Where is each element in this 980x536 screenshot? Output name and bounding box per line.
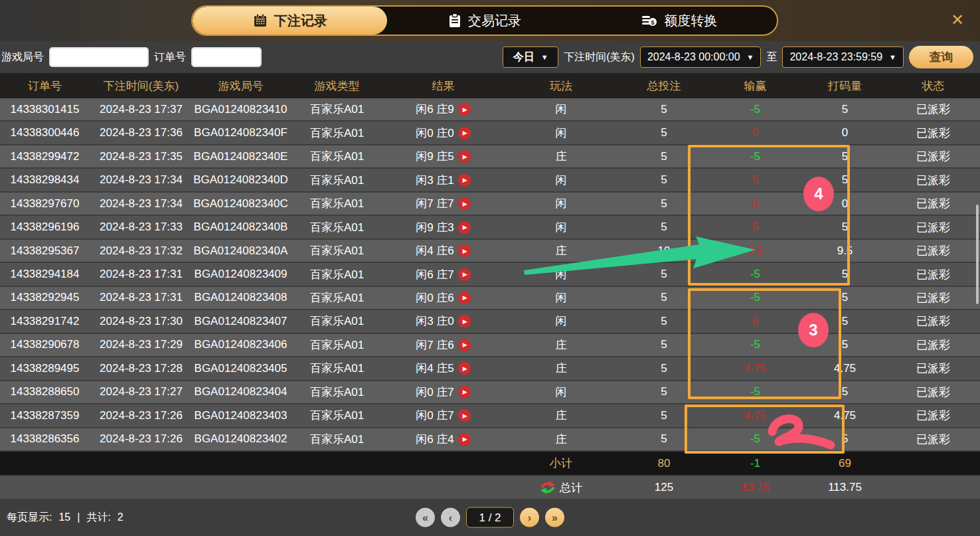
status-cell-value: 已派彩 (916, 361, 950, 376)
time-cell: 2024-8-23 17:30 (90, 310, 193, 332)
game-round-input[interactable] (49, 47, 149, 67)
tab-transaction-records[interactable]: 交易记录 (387, 7, 582, 35)
bet-time-label: 下注时间(美东) (564, 50, 635, 64)
last-page-button[interactable]: » (545, 508, 564, 527)
status-cell-value: 已派彩 (916, 290, 950, 306)
play-replay-icon[interactable]: ▶ (458, 339, 471, 351)
prev-page-button[interactable]: ‹ (441, 508, 460, 527)
coins-icon: $ (641, 13, 657, 28)
order-cell: 14338296196 (0, 216, 90, 238)
round-cell: BGA01240823404 (193, 381, 289, 403)
play-replay-icon[interactable]: ▶ (458, 292, 471, 304)
type-cell: 百家乐A01 (289, 428, 385, 450)
time-cell: 2024-8-23 17:34 (90, 193, 193, 215)
table-row: 143382984342024-8-23 17:34BGA0124082340D… (0, 169, 980, 192)
play-cell: 庄 (501, 404, 621, 426)
status-cell: 已派彩 (886, 334, 980, 356)
column-header: 游戏局号 (193, 73, 289, 98)
round-cell: BGA0124082340C (193, 193, 289, 215)
winloss-cell-value: -5 (750, 385, 760, 399)
winloss-cell-value: -5 (750, 338, 760, 351)
play-cell: 庄 (501, 428, 621, 450)
table-row: 143382917422024-8-23 17:30BGA01240823407… (0, 310, 980, 333)
tab-quota-conversion[interactable]: $ 额度转换 (582, 7, 777, 35)
volume-cell-value: 0 (842, 126, 848, 139)
play-cell: 闲 (501, 193, 621, 215)
play-replay-icon[interactable]: ▶ (458, 150, 471, 163)
play-replay-icon[interactable]: ▶ (458, 221, 471, 234)
bet-cell-value: 5 (661, 362, 667, 375)
play-cell: 庄 (501, 334, 621, 356)
time-cell: 2024-8-23 17:26 (90, 428, 193, 450)
result-cell-value: 闲4 庄5 (416, 361, 454, 376)
order-cell: 14338298434 (0, 169, 90, 191)
table-body: 143383014152024-8-23 17:37BGA01240823410… (0, 98, 980, 452)
order-cell: 14338300446 (0, 122, 90, 143)
volume-cell: 0 (803, 193, 886, 215)
column-header: 打码量 (803, 73, 886, 98)
close-icon[interactable]: ✕ (951, 12, 964, 28)
refresh-icon[interactable] (540, 480, 556, 495)
play-replay-icon[interactable]: ▶ (458, 268, 471, 281)
play-replay-icon[interactable]: ▶ (458, 433, 471, 446)
table-row: 143382886502024-8-23 17:27BGA01240823404… (0, 381, 980, 404)
order-cell: 14338290678 (0, 334, 90, 356)
result-cell-value: 闲6 庄9 (416, 102, 454, 117)
type-cell: 百家乐A01 (289, 193, 385, 215)
bet-cell-value: 5 (661, 291, 667, 304)
volume-cell-value: 5 (842, 291, 848, 304)
column-header: 结果 (385, 73, 501, 98)
status-cell: 已派彩 (886, 310, 980, 332)
bet-cell: 5 (621, 310, 707, 332)
query-button[interactable]: 查询 (909, 46, 973, 68)
type-cell-value: 百家乐A01 (310, 196, 364, 211)
date-to-select[interactable]: 2024-8-23 23:59:59 ▼ (782, 46, 904, 68)
type-cell: 百家乐A01 (289, 404, 385, 426)
date-to-value: 2024-8-23 23:59:59 (789, 51, 882, 63)
next-page-button[interactable]: › (520, 508, 539, 527)
first-page-button[interactable]: « (416, 508, 435, 527)
chevron-down-icon: ▼ (889, 53, 896, 61)
volume-cell-value: 5 (842, 221, 848, 234)
play-replay-icon[interactable]: ▶ (458, 103, 471, 116)
play-replay-icon[interactable]: ▶ (458, 315, 471, 327)
tab-label: 下注记录 (274, 12, 327, 30)
per-page-value: 15 (58, 511, 70, 523)
volume-cell-value: 5 (842, 103, 848, 116)
winloss-cell-value: 5 (752, 173, 758, 187)
play-replay-icon[interactable]: ▶ (458, 409, 471, 422)
time-cell-value: 2024-8-23 17:34 (100, 173, 183, 187)
play-replay-icon[interactable]: ▶ (458, 174, 471, 187)
column-header: 输赢 (707, 73, 803, 98)
quick-range-select[interactable]: 今日 ▼ (503, 46, 558, 68)
order-number-input[interactable] (191, 47, 262, 67)
scrollbar-thumb[interactable] (976, 205, 979, 304)
result-cell: 闲0 庄7▶ (385, 381, 501, 403)
bet-cell-value: 5 (661, 432, 667, 446)
play-replay-icon[interactable]: ▶ (458, 127, 471, 139)
date-from-select[interactable]: 2024-8-23 00:00:00 ▼ (640, 46, 762, 68)
result-cell: 闲7 庄7▶ (385, 193, 501, 215)
tab-betting-records[interactable]: 下注记录 (193, 7, 387, 35)
round-cell-value: BGA01240823402 (195, 432, 287, 446)
result-cell: 闲0 庄7▶ (385, 404, 501, 426)
play-cell-value: 庄 (556, 243, 567, 258)
round-cell: BGA01240823407 (193, 310, 289, 332)
page-indicator: 1 / 2 (466, 507, 514, 528)
time-cell-value: 2024-8-23 17:26 (100, 409, 183, 422)
result-cell-value: 闲7 庄7 (416, 196, 454, 211)
type-cell-value: 百家乐A01 (310, 290, 364, 306)
column-header: 总投注 (621, 73, 707, 98)
total-winloss: 13.75 (707, 476, 803, 499)
status-cell-value: 已派彩 (916, 432, 950, 447)
status-cell: 已派彩 (886, 193, 980, 215)
play-replay-icon[interactable]: ▶ (458, 386, 471, 399)
play-replay-icon[interactable]: ▶ (458, 244, 471, 257)
play-replay-icon[interactable]: ▶ (458, 197, 471, 210)
column-header: 下注时间(美东) (90, 73, 193, 98)
play-replay-icon[interactable]: ▶ (458, 362, 471, 375)
type-cell-value: 百家乐A01 (310, 102, 364, 117)
volume-cell: 5 (803, 381, 886, 403)
pagination: « ‹ 1 / 2 › » (416, 507, 564, 528)
order-cell-value: 14338298434 (10, 173, 79, 187)
